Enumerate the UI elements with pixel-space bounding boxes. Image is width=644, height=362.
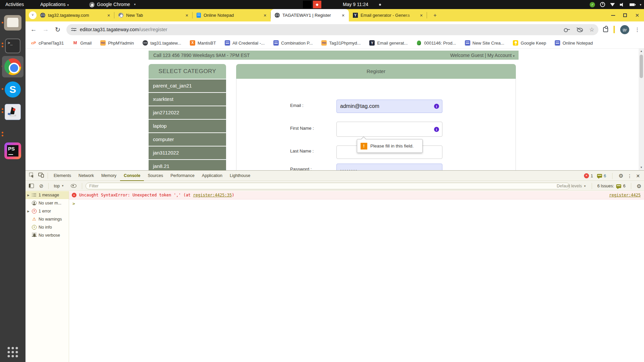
- console-prompt[interactable]: >: [69, 199, 644, 207]
- files-app-icon[interactable]: [4, 15, 21, 31]
- tab-search-button[interactable]: ˅: [29, 11, 37, 19]
- devtools-tab-sources[interactable]: Sources: [144, 171, 167, 181]
- tab-close-icon[interactable]: ✕: [262, 12, 268, 18]
- disclosure-triangle-icon[interactable]: ▶: [27, 210, 30, 213]
- console-sidebar-toggle-icon[interactable]: [29, 184, 34, 188]
- disclosure-triangle-icon[interactable]: ▶: [27, 194, 30, 197]
- forward-button[interactable]: →: [40, 26, 52, 33]
- bookmark-online-notepad[interactable]: Online Notepad: [555, 40, 593, 46]
- clear-console-icon[interactable]: ⊘: [39, 183, 44, 189]
- live-expression-icon[interactable]: [71, 184, 76, 188]
- bookmark-cpanel[interactable]: cPcPanelTag31: [31, 40, 64, 46]
- console-error-row[interactable]: ✕ Uncaught SyntaxError: Unexpected token…: [69, 191, 644, 199]
- bookmark-combination[interactable]: Combination P...: [273, 40, 313, 46]
- console-filter-input[interactable]: [86, 183, 570, 189]
- clock[interactable]: May 9 11:24: [343, 0, 368, 9]
- tab-new-tab[interactable]: New Tab ✕: [114, 9, 193, 21]
- page-scrollbar[interactable]: ▲ ▼: [639, 49, 644, 170]
- sidebar-errors[interactable]: ▶ ✕ 1 error: [25, 207, 69, 215]
- sidebar-user-messages[interactable]: No user m...: [25, 199, 69, 207]
- address-bar[interactable]: editor.tag31.tagateway.com/user/register…: [66, 24, 598, 35]
- category-item[interactable]: computer: [149, 133, 226, 146]
- error-count-icon[interactable]: ✕: [584, 173, 589, 178]
- issues-counter[interactable]: 6 Issues: 6: [597, 184, 626, 188]
- devtools-tab-application[interactable]: Application: [198, 171, 226, 181]
- source-location-link[interactable]: register:4425:35: [193, 193, 232, 197]
- scrollbar-thumb[interactable]: [640, 55, 643, 78]
- issues-bubble-icon[interactable]: [597, 174, 602, 178]
- browser-menu-icon[interactable]: ⋮: [635, 26, 640, 33]
- bookmark-new-site[interactable]: New Site Crea...: [465, 40, 504, 46]
- tab-close-icon[interactable]: ✕: [184, 12, 190, 18]
- bookmark-tag31-phpmyd[interactable]: PMATag31Phpmyd...: [321, 40, 361, 46]
- sidebar-info[interactable]: i No info: [25, 223, 69, 231]
- skype-app-icon[interactable]: S: [5, 81, 21, 98]
- profile-avatar[interactable]: gy: [620, 25, 629, 34]
- bookmark-email-generator[interactable]: YEmail generat...: [369, 40, 408, 46]
- tab-tagateway-register[interactable]: TAGATEWAY1 | Register ✕: [271, 9, 349, 21]
- applications-menu[interactable]: Applications▾: [40, 0, 69, 9]
- phpstorm-app-icon[interactable]: PS: [4, 142, 21, 159]
- category-item[interactable]: parent_cat_jan21: [149, 79, 226, 92]
- reload-button[interactable]: ↻: [52, 26, 64, 34]
- device-toolbar-icon[interactable]: [36, 173, 46, 179]
- tab-close-icon[interactable]: ✕: [340, 12, 346, 18]
- inspect-element-icon[interactable]: [27, 172, 36, 179]
- bookmark-0001146-prod[interactable]: 0001146: Prod...: [416, 40, 456, 46]
- close-window-button[interactable]: ✕: [635, 12, 639, 18]
- devtools-menu-icon[interactable]: ⋮: [627, 173, 632, 179]
- bookmark-all-credential[interactable]: All Credential -...: [225, 40, 265, 46]
- restore-button[interactable]: [623, 13, 627, 17]
- devtools-tab-memory[interactable]: Memory: [98, 171, 120, 181]
- devtools-tab-performance[interactable]: Performance: [167, 171, 198, 181]
- devtools-settings-icon[interactable]: ⚙: [619, 173, 623, 179]
- bookmark-mantisbt[interactable]: XMantisBT: [190, 40, 216, 46]
- sidebar-verbose[interactable]: No verbose: [25, 231, 69, 239]
- bookmark-phpmyadmin[interactable]: PMAPhpMYadmin: [100, 40, 134, 46]
- bookmark-google-keep[interactable]: Google Keep: [513, 40, 546, 46]
- terminal-app-icon[interactable]: >_: [5, 39, 20, 53]
- show-applications-button[interactable]: [8, 347, 18, 357]
- extensions-icon[interactable]: [603, 27, 608, 32]
- devtools-tab-elements[interactable]: Elements: [50, 171, 75, 181]
- source-file-link[interactable]: register:4425: [609, 193, 644, 197]
- activities-button[interactable]: Activities: [5, 0, 24, 9]
- tab-close-icon[interactable]: ✕: [106, 12, 112, 18]
- devtools-tab-lighthouse[interactable]: Lighthouse: [226, 171, 254, 181]
- tab-close-icon[interactable]: ✕: [418, 12, 424, 18]
- log-levels-dropdown[interactable]: Default levels▼: [557, 184, 586, 188]
- first-name-field[interactable]: i: [336, 122, 442, 137]
- devtools-tab-console[interactable]: Console: [120, 171, 144, 181]
- tab-online-notepad[interactable]: Online Notepad ✕: [193, 9, 271, 21]
- context-selector[interactable]: top▼: [54, 184, 64, 188]
- tab-tag32[interactable]: tag32.tagateway.com ✕: [36, 9, 114, 21]
- bookmark-tag31[interactable]: tag31.tagatew...: [143, 40, 181, 46]
- account-menu[interactable]: Welcome Guest | My Account▾: [450, 53, 515, 58]
- sidebar-warnings[interactable]: ⚠ No warnings: [25, 215, 69, 223]
- bookmark-gmail[interactable]: MGmail: [72, 40, 92, 46]
- chrome-app-menu[interactable]: Google Chrome ▾: [89, 0, 136, 9]
- devtools-close-icon[interactable]: ✕: [636, 173, 640, 179]
- scroll-up-icon[interactable]: ▲: [639, 49, 644, 54]
- new-tab-button[interactable]: +: [431, 12, 439, 19]
- eye-slash-icon[interactable]: [577, 27, 583, 32]
- scroll-down-icon[interactable]: ▼: [639, 165, 644, 170]
- back-button[interactable]: ←: [28, 26, 40, 33]
- category-item[interactable]: jan8.21: [149, 160, 226, 170]
- category-item[interactable]: jan3112022: [149, 146, 226, 159]
- site-info-icon[interactable]: [71, 27, 76, 32]
- tab-email-generator[interactable]: Y Email generator - Genera ✕: [349, 9, 427, 21]
- password-manager-icon[interactable]: [564, 28, 570, 31]
- minimize-button[interactable]: [611, 15, 615, 16]
- devtools-tab-network[interactable]: Network: [75, 171, 98, 181]
- category-item[interactable]: jan2712022: [149, 106, 226, 119]
- chrome-app-icon[interactable]: [2, 56, 23, 77]
- sidebar-all-messages[interactable]: ▶ 1 message: [25, 191, 69, 199]
- password-field[interactable]: ••••••••: [336, 164, 442, 170]
- email-field[interactable]: admin@tag.com i: [336, 100, 442, 113]
- category-item[interactable]: laptop: [149, 120, 226, 132]
- category-item[interactable]: xuarktest: [149, 93, 226, 106]
- bookmark-star-icon[interactable]: ☆: [589, 26, 594, 33]
- console-settings-icon[interactable]: ⚙: [637, 183, 641, 189]
- system-tray[interactable]: ✓ ▾: [590, 0, 641, 9]
